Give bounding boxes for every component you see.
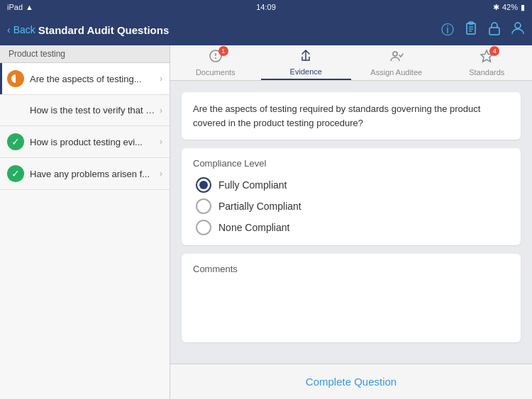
sidebar-item-4-text: Have any problems arisen f... [30, 169, 157, 179]
assign-auditee-icon [389, 49, 404, 67]
tab-standards[interactable]: 4 Standards [442, 45, 533, 80]
tab-standards-label: Standards [469, 68, 504, 77]
person-icon[interactable] [511, 21, 525, 39]
clipboard-icon[interactable] [464, 21, 478, 39]
tab-assign-auditee[interactable]: Assign Auditee [351, 45, 442, 80]
tab-evidence-label: Evidence [290, 67, 322, 76]
radio-fully-label: Fully Compliant [218, 179, 287, 191]
comments-card: Comments [182, 254, 521, 342]
nav-icons: ⓘ [441, 21, 525, 39]
svg-point-6 [515, 23, 521, 28]
tab-documents[interactable]: 1 Documents [170, 45, 261, 80]
comments-title: Comments [193, 264, 509, 274]
content-footer: Complete Question [170, 364, 532, 399]
sidebar-item-3-text: How is product testing evi... [30, 137, 157, 147]
sidebar-chevron-3: › [160, 137, 162, 147]
status-left: iPad ▲ [7, 3, 33, 11]
content-area: 1 Documents Evidence [170, 45, 532, 399]
tab-evidence[interactable]: Evidence [261, 45, 352, 80]
sidebar-chevron-1: › [160, 74, 162, 84]
back-label: Back [13, 24, 35, 35]
tab-documents-label: Documents [196, 68, 235, 77]
documents-icon: 1 [209, 49, 223, 67]
sidebar: Product testing Are the aspects of testi… [0, 45, 170, 399]
sidebar-item-1-text: Are the aspects of testing... [30, 74, 157, 84]
nav-bar: ‹ Back Standard Audit Questions ⓘ [0, 14, 532, 45]
question-text: Are the aspects of testing required by s… [193, 103, 480, 128]
sidebar-chevron-2: › [160, 106, 162, 116]
battery-label: 42% [502, 3, 518, 11]
tab-assign-auditee-label: Assign Auditee [370, 68, 422, 77]
sidebar-icon-1 [7, 70, 24, 87]
complete-question-button[interactable]: Complete Question [306, 376, 397, 388]
info-icon[interactable]: ⓘ [441, 21, 454, 38]
compliance-title: Compliance Level [193, 158, 509, 169]
standards-icon: 4 [480, 49, 494, 67]
bluetooth-icon: ✱ [493, 3, 499, 12]
sidebar-item-2[interactable]: How is the test to verify that the... › [0, 95, 170, 126]
device-label: iPad [7, 3, 23, 11]
radio-group: Fully Compliant Partially Compliant None… [193, 177, 509, 235]
radio-partially-compliant[interactable]: Partially Compliant [196, 198, 509, 214]
radio-partially-label: Partially Compliant [218, 201, 301, 212]
comments-input[interactable] [193, 280, 509, 330]
sidebar-icon-3: ✓ [7, 133, 24, 150]
svg-rect-5 [489, 28, 499, 35]
status-time: 14:09 [256, 3, 276, 11]
wifi-icon: ▲ [26, 3, 33, 11]
status-right: ✱ 42% ▮ [493, 3, 525, 12]
sidebar-chevron-4: › [160, 169, 162, 179]
radio-none-label: None Compliant [218, 222, 289, 233]
sidebar-item-4[interactable]: ✓ Have any problems arisen f... › [0, 158, 170, 190]
documents-badge: 1 [218, 46, 228, 56]
svg-point-9 [215, 57, 216, 59]
status-bar: iPad ▲ 14:09 ✱ 42% ▮ [0, 0, 532, 14]
sidebar-item-2-text: How is the test to verify that the... [7, 105, 157, 116]
radio-none-compliant[interactable]: None Compliant [196, 220, 509, 235]
standards-badge: 4 [489, 46, 499, 56]
svg-point-10 [393, 52, 397, 56]
radio-circle-partially [196, 198, 211, 214]
radio-fully-compliant[interactable]: Fully Compliant [196, 177, 509, 193]
sidebar-section-header: Product testing [0, 45, 170, 63]
tab-bar: 1 Documents Evidence [170, 45, 532, 81]
radio-circle-fully [196, 177, 211, 193]
sidebar-item-3[interactable]: ✓ How is product testing evi... › [0, 126, 170, 158]
sidebar-icon-4: ✓ [7, 165, 24, 182]
lock-icon[interactable] [488, 21, 501, 39]
sidebar-item-1[interactable]: Are the aspects of testing... › [0, 63, 170, 95]
back-chevron-icon: ‹ [7, 24, 11, 35]
compliance-card: Compliance Level Fully Compliant Partial… [182, 148, 521, 245]
evidence-icon [299, 48, 313, 66]
radio-circle-none [196, 220, 211, 235]
back-button[interactable]: ‹ Back Standard Audit Questions [7, 24, 169, 36]
nav-title: Standard Audit Questions [38, 24, 169, 36]
content-body: Are the aspects of testing required by s… [170, 81, 532, 364]
question-card: Are the aspects of testing required by s… [182, 92, 521, 140]
main-layout: Product testing Are the aspects of testi… [0, 45, 532, 399]
battery-icon: ▮ [521, 3, 525, 12]
